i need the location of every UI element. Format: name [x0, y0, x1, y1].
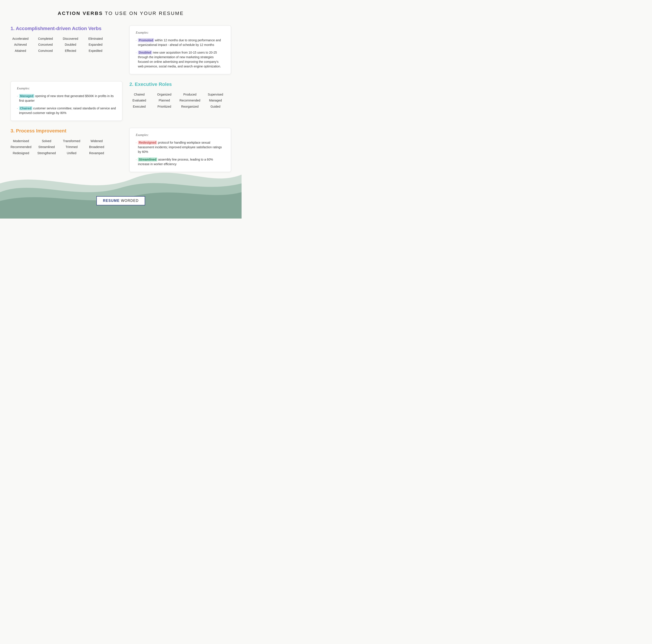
word: Modernised	[13, 139, 29, 144]
example-text: Managed opening of new store that genera…	[19, 94, 116, 103]
word: Achieved	[14, 42, 27, 48]
word-col-2: Completed Conceived Convinced	[35, 36, 55, 54]
bullet-icon: ·	[17, 94, 18, 99]
word: Chaired	[134, 92, 145, 97]
word: Unified	[67, 151, 76, 156]
word-col-9: Modernised Recommended Redesigned	[10, 139, 31, 156]
bullet-icon: ·	[136, 140, 137, 145]
word-col-3: Discovered Doubled Effected	[61, 36, 80, 54]
word: Effected	[65, 48, 76, 54]
word: Managed	[209, 98, 222, 103]
section1-left: 1. Accomplishment-driven Action Verbs Ac…	[10, 25, 122, 54]
word-col-6: Organized Planned Prioritized	[154, 92, 174, 109]
word: Accelerated	[12, 36, 29, 42]
word: Expedited	[89, 48, 102, 54]
bullet-icon: ·	[17, 106, 18, 111]
word-col-7: Produced Recommended Reorganized	[180, 92, 200, 109]
page-wrapper: ACTION VERBS TO USE ON YOUR RESUME 1. Ac…	[0, 0, 242, 218]
examples-label-3: Examples:	[136, 133, 225, 137]
word: Redesigned	[13, 151, 29, 156]
section3-title: 3. Process Improvement	[10, 128, 122, 134]
example-item-3: · Managed opening of new store that gene…	[17, 94, 116, 103]
word-col-11: Transformed Trimmed Unified	[62, 139, 81, 156]
word: Streamlined	[38, 144, 55, 150]
examples-label-2: Examples:	[17, 87, 116, 90]
word: Reorganized	[181, 104, 198, 109]
main-content: 1. Accomplishment-driven Action Verbs Ac…	[0, 23, 242, 179]
word: Expanded	[88, 42, 102, 48]
bullet-icon: ·	[136, 38, 137, 43]
logo-bold: RESUME	[103, 199, 120, 203]
section3-left: 3. Process Improvement Modernised Recomm…	[10, 128, 122, 156]
wave-decoration	[0, 157, 242, 218]
section2-title: 2. Executive Roles	[129, 81, 231, 88]
examples-label: Examples:	[136, 31, 225, 34]
logo-area: RESUME WORDED	[97, 196, 145, 205]
word: Doubled	[65, 42, 76, 48]
header-rest: TO USE ON YOUR RESUME	[103, 10, 184, 16]
word: Prioritized	[158, 104, 171, 109]
word: Supervised	[208, 92, 223, 97]
logo-rest: WORDED	[120, 199, 139, 203]
word-col-5: Chaired Evaluated Executed	[129, 92, 149, 109]
word: Planned	[159, 98, 170, 103]
word: Recommended	[10, 144, 31, 150]
section3-word-grid: Modernised Recommended Redesigned Solved…	[10, 139, 122, 156]
word: Attained	[15, 48, 26, 54]
word: Organized	[157, 92, 171, 97]
word: Trimmed	[66, 144, 78, 150]
word: Solved	[42, 139, 51, 144]
section1-title: 1. Accomplishment-driven Action Verbs	[10, 25, 122, 32]
word: Conceived	[38, 42, 53, 48]
word: Strengthened	[37, 151, 56, 156]
example-item-2: · Doubled new user acquisition from 10-1…	[136, 50, 225, 69]
highlight-redesigned: Redesigned	[138, 140, 157, 144]
example-text: Redesigned protocol for handling workpla…	[138, 140, 225, 154]
word: Guided	[211, 104, 220, 109]
page-header: ACTION VERBS TO USE ON YOUR RESUME	[0, 0, 242, 23]
highlight-chaired: Chaired	[19, 106, 32, 110]
word: Recommended	[180, 98, 200, 103]
row-1: 1. Accomplishment-driven Action Verbs Ac…	[10, 25, 231, 74]
example-text: Promoted within 12 months due to strong …	[138, 38, 225, 47]
section1b-example-box: Examples: · Managed opening of new store…	[10, 81, 122, 121]
section1-word-grid: Accelerated Achieved Attained Completed …	[10, 36, 122, 54]
word: Transformed	[63, 139, 80, 144]
example-text: Chaired customer service committee; rais…	[19, 106, 116, 115]
word: Convinced	[38, 48, 53, 54]
example-text: Doubled new user acquisition from 10-15 …	[138, 50, 225, 69]
highlight-doubled: Doubled	[138, 51, 152, 54]
word-col-10: Solved Streamlined Strengthened	[37, 139, 56, 156]
word-col-4: Eliminated Expanded Expedited	[86, 36, 105, 54]
section2-word-grid: Chaired Evaluated Executed Organized Pla…	[129, 92, 231, 109]
header-bold: ACTION VERBS	[58, 10, 103, 16]
word: Executed	[133, 104, 145, 109]
word: Evaluated	[132, 98, 146, 103]
word: Completed	[38, 36, 53, 42]
section2-right: 2. Executive Roles Chaired Evaluated Exe…	[129, 81, 231, 109]
word: Discovered	[63, 36, 78, 42]
word: Widened	[90, 139, 103, 144]
word: Produced	[183, 92, 196, 97]
section1-example-box: Examples: · Promoted within 12 months du…	[129, 25, 231, 74]
word: Eliminated	[88, 36, 103, 42]
logo-text: RESUME WORDED	[103, 199, 139, 203]
word: Revamped	[89, 151, 104, 156]
example-item-5: · Redesigned protocol for handling workp…	[136, 140, 225, 154]
word-col-12: Widened Broadened Revamped	[87, 139, 107, 156]
example-box-2: Examples: · Managed opening of new store…	[10, 81, 122, 121]
highlight-managed: Managed	[19, 94, 34, 98]
word-col-1: Accelerated Achieved Attained	[10, 36, 30, 54]
highlight-promoted: Promoted	[138, 38, 154, 42]
example-box-1: Examples: · Promoted within 12 months du…	[129, 25, 231, 74]
word: Broadened	[89, 144, 104, 150]
row-2: Examples: · Managed opening of new store…	[10, 81, 231, 121]
word-col-8: Supervised Managed Guided	[206, 92, 225, 109]
example-item-1: · Promoted within 12 months due to stron…	[136, 38, 225, 47]
example-item-4: · Chaired customer service committee; ra…	[17, 106, 116, 115]
bullet-icon: ·	[136, 50, 137, 55]
